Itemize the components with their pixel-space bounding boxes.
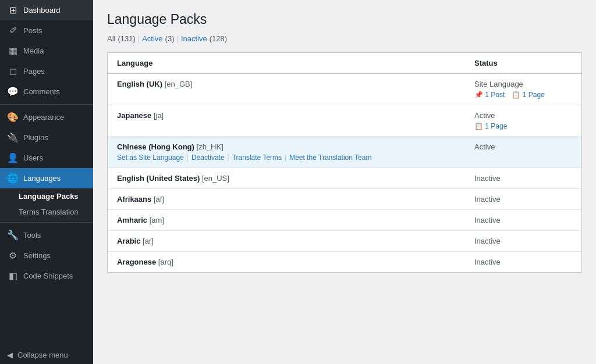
action-meet-translation-team[interactable]: Meet the Translation Team [289, 154, 371, 162]
filter-all-count: (131) [118, 34, 135, 43]
sidebar-item-posts[interactable]: ✐ Posts [0, 20, 93, 41]
lang-name: Amharic [am] [117, 216, 456, 224]
page-title: Language Packs [107, 12, 582, 27]
action-deactivate[interactable]: Deactivate [191, 154, 225, 162]
status-cell-en_GB: Site Language📌 1 Post📋 1 Page [465, 74, 581, 105]
appearance-icon: 🎨 [7, 112, 19, 123]
dashboard-icon: ⊞ [7, 5, 19, 16]
lang-cell-ja: Japanese [ja] [108, 105, 465, 137]
meta-link[interactable]: 📌 1 Post [474, 91, 505, 99]
table-body: English (UK) [en_GB]Site Language📌 1 Pos… [108, 74, 581, 273]
lang-name: Japanese [ja] [117, 111, 456, 120]
status-text: Active [474, 142, 572, 151]
media-icon: ▦ [7, 45, 19, 56]
action-set-site-language[interactable]: Set as Site Language [117, 154, 184, 162]
sidebar-divider-1 [0, 104, 93, 105]
sidebar-item-media[interactable]: ▦ Media [0, 41, 93, 61]
sidebar-item-comments[interactable]: 💬 Comments [0, 81, 93, 102]
status-text: Active [474, 111, 572, 120]
sidebar: ⊞ Dashboard ✐ Posts ▦ Media ◻ Pages 💬 Co… [0, 0, 93, 364]
sidebar-item-appearance[interactable]: 🎨 Appearance [0, 107, 93, 127]
table-row: Japanese [ja]Active📋 1 Page [108, 105, 581, 137]
sidebar-item-code-snippets[interactable]: ◧ Code Snippets [0, 266, 93, 286]
table-row: English (United States) [en_US]Inactive [108, 168, 581, 189]
code-snippets-icon: ◧ [7, 270, 19, 281]
users-icon: 👤 [7, 152, 19, 163]
table-header-row: Language Status [108, 53, 581, 74]
table-row: Afrikaans [af]Inactive [108, 189, 581, 210]
lang-name: English (UK) [en_GB] [117, 80, 456, 88]
filter-inactive-count: (128) [210, 34, 227, 43]
filter-active-link[interactable]: Active [142, 34, 162, 43]
status-cell-arq: Inactive [465, 252, 581, 273]
status-text: Inactive [474, 216, 572, 224]
sidebar-item-tools[interactable]: 🔧 Tools [0, 225, 93, 245]
languages-icon: 🌐 [7, 173, 19, 184]
action-translate-terms[interactable]: Translate Terms [232, 154, 282, 162]
sidebar-divider-2 [0, 222, 93, 223]
sidebar-item-dashboard[interactable]: ⊞ Dashboard [0, 0, 93, 20]
status-meta: 📌 1 Post📋 1 Page [474, 91, 572, 99]
status-text: Inactive [474, 195, 572, 204]
settings-icon: ⚙ [7, 250, 19, 261]
pages-icon: ◻ [7, 66, 19, 77]
col-status: Status [465, 53, 581, 74]
status-text: Inactive [474, 258, 572, 266]
tools-icon: 🔧 [7, 230, 19, 241]
lang-cell-zh_HK: Chinese (Hong Kong) [zh_HK]Set as Site L… [108, 137, 465, 168]
sidebar-item-pages[interactable]: ◻ Pages [0, 61, 93, 81]
status-text: Inactive [474, 174, 572, 183]
status-meta: 📋 1 Page [474, 122, 572, 130]
status-cell-af: Inactive [465, 189, 581, 210]
lang-cell-ar: Arabic [ar] [108, 231, 465, 252]
sep1: | [138, 34, 140, 43]
sidebar-item-plugins[interactable]: 🔌 Plugins [0, 127, 93, 148]
plugins-icon: 🔌 [7, 132, 19, 143]
status-cell-ja: Active📋 1 Page [465, 105, 581, 137]
status-cell-am: Inactive [465, 210, 581, 231]
sidebar-item-users[interactable]: 👤 Users [0, 148, 93, 168]
filter-active-count: (3) [165, 34, 175, 43]
lang-cell-af: Afrikaans [af] [108, 189, 465, 210]
sidebar-item-settings[interactable]: ⚙ Settings [0, 245, 93, 266]
meta-link[interactable]: 📋 1 Page [512, 91, 544, 99]
comments-icon: 💬 [7, 86, 19, 97]
table-row: Aragonese [arq]Inactive [108, 252, 581, 273]
sidebar-item-language-packs[interactable]: Language Packs [0, 188, 93, 204]
status-text: Inactive [474, 237, 572, 245]
language-table: Language Status English (UK) [en_GB]Site… [108, 53, 581, 272]
status-text: Site Language [474, 80, 572, 88]
sidebar-item-languages[interactable]: 🌐 Languages [0, 168, 93, 188]
posts-icon: ✐ [7, 25, 19, 36]
sidebar-submenu: Language Packs Terms Translation [0, 188, 93, 220]
filter-inactive-link[interactable]: Inactive [181, 34, 207, 43]
filter-bar: All (131) | Active (3) | Inactive (128) [107, 34, 582, 43]
lang-cell-am: Amharic [am] [108, 210, 465, 231]
table-row: Amharic [am]Inactive [108, 210, 581, 231]
table-row: Chinese (Hong Kong) [zh_HK]Set as Site L… [108, 137, 581, 168]
collapse-icon: ◀ [7, 351, 13, 359]
meta-link[interactable]: 📋 1 Page [474, 122, 507, 130]
status-cell-zh_HK: Active [465, 137, 581, 168]
main-content: Language Packs All (131) | Active (3) | … [93, 0, 596, 364]
lang-name: English (United States) [en_US] [117, 174, 456, 183]
col-language: Language [108, 53, 465, 74]
lang-name: Arabic [ar] [117, 237, 456, 245]
action-separator: | [228, 154, 229, 162]
action-separator: | [187, 154, 189, 162]
lang-cell-en_US: English (United States) [en_US] [108, 168, 465, 189]
action-separator: | [285, 154, 286, 162]
sidebar-item-terms-translation[interactable]: Terms Translation [0, 204, 93, 220]
lang-cell-en_GB: English (UK) [en_GB] [108, 74, 465, 105]
meta-icon: 📌 [474, 91, 483, 99]
collapse-menu-button[interactable]: ◀ Collapse menu [0, 346, 93, 364]
filter-all-label[interactable]: All [107, 34, 115, 43]
lang-name: Afrikaans [af] [117, 195, 456, 204]
lang-name: Aragonese [arq] [117, 258, 456, 266]
status-cell-en_US: Inactive [465, 168, 581, 189]
sidebar-nav: ⊞ Dashboard ✐ Posts ▦ Media ◻ Pages 💬 Co… [0, 0, 93, 286]
meta-icon: 📋 [474, 122, 483, 130]
table-row: Arabic [ar]Inactive [108, 231, 581, 252]
meta-icon: 📋 [512, 91, 520, 99]
language-table-container: Language Status English (UK) [en_GB]Site… [107, 52, 582, 273]
